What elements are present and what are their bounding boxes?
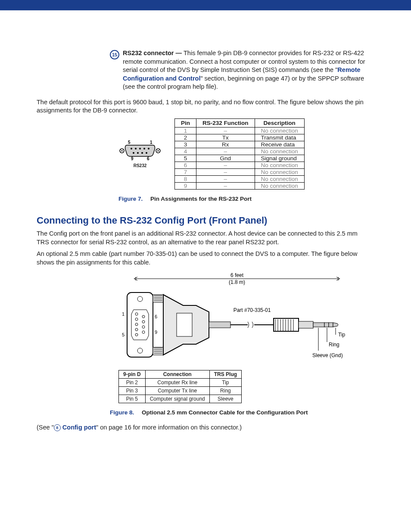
table-row: 7–No connection [175,168,305,175]
see-reference: (See "8 Config port" on page 16 for more… [37,423,366,432]
config-port-para1: The Config port on the front panel is an… [37,230,366,246]
svg-point-26 [142,315,145,318]
svg-text:1: 1 [122,311,125,317]
config-port-para2: An optional 2.5 mm cable (part number 70… [37,250,366,267]
figure-8-caption: Figure 8. Optional 2.5 mm Connector Cabl… [110,409,366,416]
svg-point-29 [142,331,145,333]
top-accent-bar [0,0,411,10]
svg-point-6 [139,148,141,149]
table-row: 6–No connection [175,162,305,168]
svg-text:6: 6 [155,314,157,319]
svg-text:6 feet: 6 feet [230,272,244,278]
table-row: Pin 3Computer Tx lineRing [119,387,242,395]
svg-point-28 [142,326,145,328]
svg-point-8 [148,148,149,149]
section-heading: Connecting to the RS-232 Config Port (Fr… [37,215,366,226]
col-func: RS-232 Function [196,118,255,127]
svg-point-24 [135,328,138,331]
svg-point-9 [133,152,134,154]
svg-point-25 [135,333,138,336]
db9-pin-figure: 5 1 9 6 RS232 Pin RS-232 Function [118,118,366,190]
svg-rect-34 [153,295,163,302]
svg-point-12 [146,152,147,154]
ref-badge-8: 8 [54,424,61,431]
db9-label: RS232 [118,163,162,168]
svg-text:9: 9 [155,330,157,335]
db9-connector-icon: 5 1 9 6 RS232 [118,140,162,168]
rs232-connector-title: RS232 connector — [123,50,184,56]
svg-point-5 [135,148,137,149]
item-number-badge: 15 [110,50,119,59]
svg-text:Sleeve (Gnd): Sleeve (Gnd) [312,352,343,358]
item-15-para2: The default protocol for this port is 96… [37,98,366,115]
svg-point-10 [137,152,139,154]
svg-point-20 [137,348,143,353]
pin-assignment-table: Pin RS-232 Function Description 1–No con… [174,118,305,190]
item-15-para1: RS232 connector — This female 9-pin DB-9… [123,49,366,91]
svg-point-27 [142,320,145,323]
connection-table: 9-pin D Connection TRS Plug Pin 2Compute… [118,370,242,403]
svg-point-21 [135,313,138,315]
item-15-block: 15 RS232 connector — This female 9-pin D… [110,49,366,95]
svg-text:6: 6 [147,156,149,161]
svg-text:9: 9 [131,156,134,161]
svg-point-19 [137,296,143,302]
col-desc: Description [255,118,304,127]
svg-text:Part #70-335-01: Part #70-335-01 [234,307,271,313]
svg-point-23 [135,323,138,326]
svg-rect-43 [313,323,324,327]
svg-rect-44 [324,323,329,327]
svg-rect-42 [299,321,313,328]
table-row: 2TxTransmit data [175,134,305,141]
table-row: 4–No connection [175,148,305,155]
table-row: Pin 2Computer Rx lineTip [119,379,242,387]
col-pin: Pin [175,118,196,127]
table-row: 3RxReceive data [175,141,305,148]
svg-point-22 [135,318,138,320]
config-port-link[interactable]: Config port [62,424,96,431]
svg-point-11 [141,152,143,154]
table-row: Pin 5Computer signal groundSleeve [119,395,242,403]
svg-rect-45 [329,323,333,327]
svg-text:(1.8 m): (1.8 m) [229,279,245,285]
svg-point-7 [143,148,145,149]
table-row: 5GndSignal ground [175,155,305,162]
figure-7-caption: Figure 7. Pin Assignments for the RS-232… [118,196,366,202]
svg-rect-41 [274,318,299,331]
svg-text:1: 1 [150,140,153,145]
svg-rect-36 [177,313,192,336]
table-row: 9–No connection [175,182,305,189]
svg-text:Ring: Ring [329,342,339,348]
svg-point-4 [131,148,132,149]
cable-diagram: 6 feet (1.8 m) 1 5 6 9 [110,271,366,403]
svg-rect-35 [153,347,163,355]
svg-text:5: 5 [128,140,131,145]
table-row: 8–No connection [175,175,305,182]
svg-text:5: 5 [122,332,125,337]
svg-rect-37 [209,322,230,328]
svg-text:Tip: Tip [338,332,346,338]
page-content: 15 RS232 connector — This female 9-pin D… [0,49,411,432]
table-row: 1–No connection [175,127,305,134]
